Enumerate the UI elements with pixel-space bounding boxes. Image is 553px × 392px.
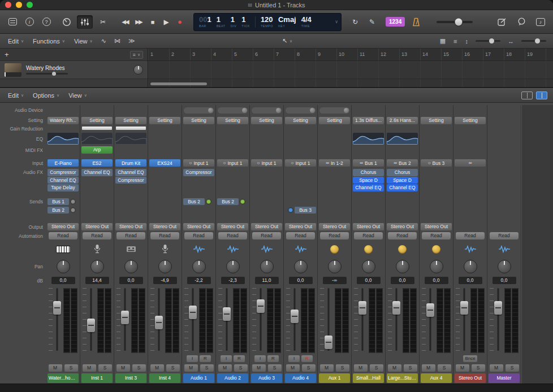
volume-fader[interactable] (291, 310, 299, 323)
input-slot[interactable]: ○ Input 1 (217, 159, 248, 167)
pan-knob[interactable] (260, 260, 274, 273)
automation-mode-button[interactable]: Read (354, 232, 383, 239)
solo-button[interactable]: S (506, 364, 519, 372)
horizontal-scrollbar[interactable] (150, 82, 207, 85)
channel-name[interactable]: Inst 4 (149, 373, 180, 383)
volume-fader[interactable] (53, 301, 61, 315)
snap-icon[interactable]: ▦ (436, 37, 450, 45)
mute-button[interactable]: M (422, 364, 435, 372)
audio-fx-slot[interactable]: Channel EQ (387, 184, 418, 191)
eq-thumbnail[interactable] (353, 133, 384, 145)
solo-button[interactable]: S (64, 364, 78, 372)
volume-db-display[interactable]: 0,0 (51, 277, 75, 284)
audio-fx-slot[interactable]: Channel EQ (353, 184, 384, 191)
channel-name[interactable]: Master (489, 373, 520, 383)
record-enable-button[interactable]: R (267, 355, 279, 362)
mute-button[interactable]: M (150, 364, 164, 372)
channel-name[interactable]: Audio 4 (285, 373, 316, 383)
automation-mode-button[interactable]: Read (49, 232, 77, 239)
channel-name[interactable]: Inst 3 (115, 373, 146, 383)
drum-track-icon[interactable] (114, 241, 148, 258)
automation-mode-button[interactable]: Read (422, 232, 451, 239)
channel-name[interactable]: Audio 2 (217, 373, 248, 383)
wave-track-icon[interactable] (216, 241, 249, 258)
volume-db-display[interactable]: -2,2 (187, 277, 211, 284)
volume-fader[interactable] (426, 303, 434, 317)
solo-button[interactable]: S (98, 364, 112, 372)
input-monitor-button[interactable]: I (254, 355, 266, 362)
send-destination-button[interactable]: Bus 2 (183, 198, 205, 206)
automation-mode-button[interactable]: Read (150, 232, 179, 239)
audio-fx-slot[interactable]: Chorus (353, 169, 384, 176)
audio-fx-slot[interactable]: Tape Delay (47, 184, 79, 191)
cycle-button[interactable]: ↻ (349, 15, 361, 29)
pan-knob[interactable] (124, 260, 138, 273)
input-slot[interactable]: ○ Input 1 (183, 159, 214, 167)
solo-button[interactable]: S (200, 364, 214, 372)
lcd-display[interactable]: 001 BAR 1 BEAT 1 DIV 1 TICK 120 TEMPO Cm… (193, 13, 342, 31)
solo-button[interactable]: S (370, 364, 383, 372)
send-destination-button[interactable]: Bus 1 (47, 198, 69, 206)
output-slot[interactable]: Stereo Out (149, 223, 180, 230)
volume-fader[interactable] (325, 336, 332, 349)
audio-fx-slot[interactable]: Space D (387, 177, 418, 184)
aux-track-icon[interactable] (420, 241, 453, 258)
input-monitor-button[interactable]: I (187, 355, 198, 362)
send-destination-button[interactable]: Bus 2 (217, 198, 239, 206)
input-slot[interactable]: ○ Input 1 (285, 159, 316, 167)
inspector-button[interactable]: i (24, 15, 35, 29)
play-button[interactable]: ▶ (161, 15, 172, 29)
audio-device-slot[interactable] (184, 107, 214, 114)
automation-mode-button[interactable]: Read (490, 232, 519, 239)
pan-knob[interactable] (226, 260, 240, 273)
volume-fader[interactable] (87, 319, 95, 332)
eq-thumbnail[interactable] (81, 133, 113, 145)
input-slot[interactable]: EXS24 (149, 159, 180, 167)
forward-button[interactable]: ▶▶ (133, 15, 145, 29)
audio-fx-slot[interactable]: Compressor (47, 169, 79, 176)
input-slot[interactable]: Drum Kit (115, 159, 146, 167)
record-button[interactable]: ● (174, 15, 185, 29)
editors-button[interactable]: ✂ (97, 15, 109, 29)
channel-setting-button[interactable]: 1.3s Diffus... (353, 117, 384, 124)
quick-help-button[interactable]: ? (41, 15, 52, 29)
output-slot[interactable]: Stereo Out (421, 223, 452, 230)
input-slot[interactable]: ES2 (81, 159, 113, 167)
output-slot[interactable]: Stereo Out (81, 223, 113, 230)
audio-device-slot[interactable] (319, 107, 349, 114)
pan-knob[interactable] (396, 260, 409, 273)
smart-controls-button[interactable] (61, 15, 72, 29)
automation-mode-button[interactable]: Read (286, 232, 315, 239)
automation-mode-button[interactable]: Read (184, 232, 213, 239)
automation-mode-button[interactable]: Read (252, 232, 281, 239)
chat-button[interactable] (516, 15, 527, 29)
send-level-knob[interactable] (70, 199, 76, 204)
mute-button[interactable]: M (490, 364, 503, 372)
channel-setting-button[interactable]: Setting (251, 117, 282, 124)
tracks-view-menu[interactable]: View∨ (70, 37, 97, 46)
automation-mode-button[interactable]: Read (218, 232, 247, 239)
mute-button[interactable]: M (83, 364, 96, 372)
volume-db-display[interactable]: 11,0 (255, 277, 279, 284)
output-slot[interactable]: Stereo Out (217, 223, 248, 230)
mic-track-icon[interactable] (148, 241, 182, 258)
horizontal-zoom-slider[interactable] (521, 40, 546, 42)
send-destination-button[interactable]: Bus 2 (47, 207, 69, 214)
wide-view-toggle[interactable] (536, 92, 547, 99)
rewind-button[interactable]: ◀◀ (120, 15, 131, 29)
bounce-button[interactable]: Bnce (463, 355, 477, 362)
output-slot[interactable]: Stereo Out (285, 223, 316, 230)
send-level-knob[interactable] (206, 199, 211, 204)
tracks-functions-menu[interactable]: Functions∨ (28, 37, 70, 46)
channel-setting-button[interactable]: Watery Rh... (47, 117, 79, 124)
lcd-chevron-icon[interactable]: ∨ (335, 19, 338, 24)
volume-fader[interactable] (155, 316, 163, 329)
pan-knob[interactable] (430, 260, 443, 273)
channel-setting-button[interactable]: Setting (183, 117, 214, 124)
pan-knob[interactable] (498, 260, 511, 273)
output-slot[interactable]: Stereo Out (115, 223, 146, 230)
master-volume-slider[interactable] (437, 18, 473, 26)
volume-db-display[interactable]: -∞ (323, 277, 347, 284)
slider-thumb[interactable] (52, 72, 56, 76)
track-header-options-button[interactable]: ≡∨ (130, 51, 143, 59)
